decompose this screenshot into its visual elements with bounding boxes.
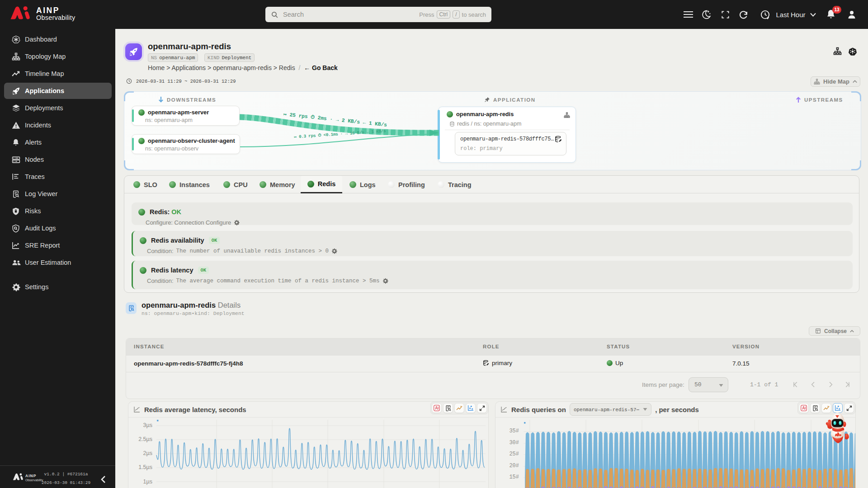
svg-text:AINP: AINP: [25, 474, 36, 478]
